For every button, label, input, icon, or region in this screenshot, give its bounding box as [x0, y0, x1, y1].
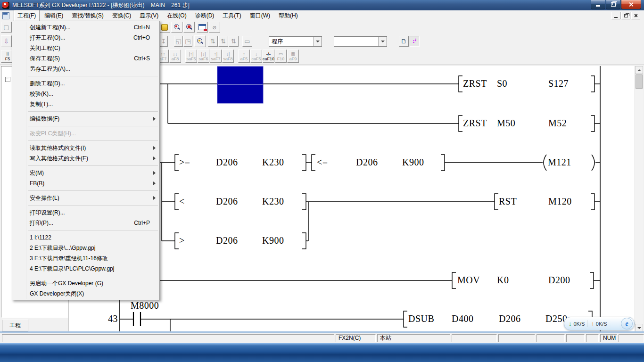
vertical-scrollbar[interactable] — [635, 66, 643, 332]
ladder-token: ZRST — [463, 118, 487, 128]
close-icon — [634, 14, 638, 17]
new-project-button[interactable]: ▢ — [1, 22, 12, 33]
menu-item[interactable]: 关闭工程(C) — [12, 43, 159, 53]
tree-view-button[interactable]: ⠞ — [410, 36, 420, 47]
menu-item[interactable]: 打开工程(O)...Ctrl+O — [12, 33, 159, 43]
window-b-button[interactable]: ◳ — [183, 36, 192, 47]
ladder-tool-F10[interactable]: ▭F10 — [275, 49, 287, 63]
menubar-item[interactable]: 诊断(D) — [191, 10, 218, 22]
ladder-token: D206 — [499, 314, 520, 323]
menu-item[interactable]: 打印设置(R)... — [12, 207, 159, 218]
ladder-token: D206 — [356, 157, 378, 167]
ladder-token: DSUB — [408, 314, 434, 323]
contact-label: F5 — [5, 57, 10, 61]
monitor-button[interactable]: ▭ — [242, 36, 252, 47]
browser-launch-button[interactable]: e — [621, 318, 633, 329]
ladder-tool-caF5[interactable]: ↓caF5 — [250, 49, 262, 63]
restore-button[interactable] — [606, 0, 620, 9]
minimize-icon — [614, 17, 618, 18]
ladder-tool-aF9[interactable]: ⊠aF9 — [287, 49, 299, 63]
menu-item[interactable]: FB(B) — [12, 178, 159, 189]
scrollbar-thumb[interactable] — [636, 74, 643, 89]
ladder-tool-saF6[interactable]: |↓|saF6 — [198, 49, 209, 63]
menu-item[interactable]: 保存工程(S)Ctrl+S — [12, 53, 159, 64]
menubar-item[interactable]: 工具(T) — [219, 10, 245, 22]
file-menu-dropdown: 创建新工程(N)...Ctrl+N打开工程(O)...Ctrl+O关闭工程(C)… — [12, 21, 160, 300]
menu-item[interactable]: 编辑数据(F) — [12, 114, 159, 124]
gx-developer-app-icon — [2, 2, 9, 9]
minimize-button[interactable] — [591, 0, 605, 9]
menu-item[interactable]: 4 E:\下载目录\PLC\PLC\Gppw.gpj — [12, 263, 159, 274]
menubar-item[interactable]: 编辑(E) — [41, 10, 67, 22]
menubar-item[interactable]: 查找/替换(S) — [68, 10, 107, 22]
mdi-minimize-button[interactable] — [611, 12, 620, 19]
submenu-arrow-icon — [153, 171, 156, 175]
ladder-tool-saF8[interactable]: ↓|saF8 — [222, 49, 234, 63]
menu-item[interactable]: GX Developer关闭(X) — [12, 288, 159, 299]
network-speed-widget[interactable]: ↓ 0K/S ↑ 0K/S e — [564, 317, 635, 330]
submenu-arrow-icon — [153, 117, 156, 121]
menu-item[interactable]: 读取其他格式的文件(I) — [12, 143, 159, 153]
menubar-item[interactable]: 显示(V) — [136, 10, 162, 22]
shortcut-tool-button[interactable] — [159, 22, 170, 33]
project-tab[interactable]: 工程 — [2, 320, 28, 331]
step-run3-icon: ⇅ — [231, 38, 236, 44]
step-run3-button[interactable]: ⇅ — [229, 36, 239, 47]
menu-item[interactable]: 写入其他格式的文件(E) — [12, 153, 159, 164]
menubar-item[interactable]: 工程(F) — [14, 10, 40, 22]
window-a-button[interactable]: ◱ — [174, 36, 183, 47]
menu-item[interactable]: 2 E:\下载目录\...\Gppw.gpj — [12, 243, 159, 253]
scroll-down-button[interactable] — [635, 324, 643, 332]
menu-item[interactable]: 另存工程为(A)... — [12, 64, 159, 74]
chevron-down-icon[interactable] — [378, 37, 387, 46]
ladder-zoom-button[interactable] — [194, 35, 206, 47]
download-button[interactable]: ↧ — [159, 36, 168, 47]
scroll-up-button[interactable] — [635, 66, 643, 74]
ladder-tool-saF7[interactable]: ↑|saF7 — [210, 49, 222, 63]
step-run2-button[interactable]: ⇅ — [218, 36, 228, 47]
menubar-item[interactable]: 帮助(H) — [275, 10, 302, 22]
menubar-item[interactable]: 在线(O) — [163, 10, 190, 22]
ladder-tool-aF5[interactable]: ↑aF5 — [238, 49, 250, 63]
mdi-restore-button[interactable] — [621, 12, 630, 19]
target-combo[interactable] — [334, 36, 387, 47]
menu-item[interactable]: 校验(K)... — [12, 89, 159, 99]
tree-collapse-icon[interactable] — [5, 77, 10, 82]
step-run-button[interactable]: ⇅ — [208, 36, 218, 47]
ladder-tool-aF8[interactable]: ↓↓aF8 — [169, 49, 181, 63]
ladder-window-icon[interactable] — [2, 12, 9, 19]
status-cell — [452, 334, 497, 342]
menu-item[interactable]: 复制(T)... — [12, 99, 159, 109]
menu-item[interactable]: 另启动一个GX Developer (G) — [12, 278, 159, 288]
ladder-token: 43 — [108, 314, 118, 323]
program-combo[interactable]: 程序 — [269, 36, 322, 47]
upload-speed-label: 0K/S — [596, 321, 607, 327]
ladder-tool-saF5[interactable]: |↑|saF5 — [185, 49, 197, 63]
doc-find-icon: 🗋 — [401, 38, 407, 44]
zoom-device-button[interactable] — [171, 22, 182, 33]
ladder-token: M8000 — [131, 301, 159, 310]
left-fragment-button[interactable]: ⇩ — [1, 35, 12, 47]
doc-find-button[interactable]: 🗋 — [399, 36, 409, 47]
close-button[interactable] — [621, 0, 641, 9]
tile-window-button[interactable] — [197, 22, 208, 33]
menu-item[interactable]: 宏(M) — [12, 168, 159, 178]
menu-item[interactable]: 安全操作(L) — [12, 193, 159, 203]
zoom-device-filled-button[interactable] — [183, 22, 195, 33]
menubar-item[interactable]: 变换(C) — [108, 10, 135, 22]
download-icon: ↧ — [161, 38, 166, 44]
menu-item[interactable]: 打印(P)...Ctrl+P — [12, 218, 159, 228]
ladder-tool-caF10[interactable]: -/-caF10 — [263, 49, 274, 63]
zoom-disabled-button[interactable]: ⌀ — [209, 22, 220, 33]
menu-item[interactable]: 创建新工程(N)...Ctrl+N — [12, 22, 159, 33]
upload-arrow-icon: ↑ — [591, 320, 594, 327]
submenu-arrow-icon — [153, 196, 156, 200]
ladder-token: > — [179, 236, 185, 245]
chevron-down-icon[interactable] — [313, 37, 322, 46]
mdi-close-button[interactable] — [631, 12, 640, 19]
menu-item[interactable]: 1 I:\1122 — [12, 232, 159, 243]
menu-separator — [28, 276, 158, 276]
menu-item[interactable]: 删除工程(D)... — [12, 78, 159, 89]
menu-item[interactable]: 3 E:\下载目录\重经机11-16修改 — [12, 253, 159, 263]
menubar-item[interactable]: 窗口(W) — [246, 10, 274, 22]
